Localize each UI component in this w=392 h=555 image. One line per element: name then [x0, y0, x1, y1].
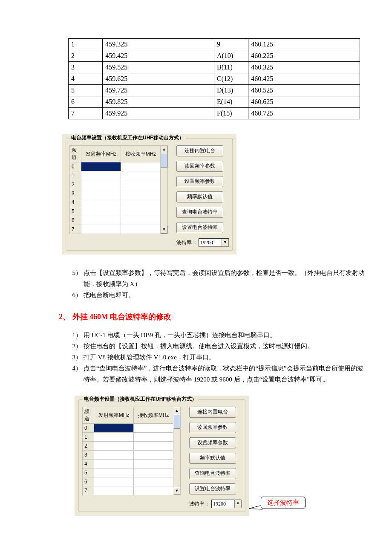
table-row[interactable]: 0 [70, 162, 161, 171]
table-cell: 459.925 [103, 108, 214, 119]
rx-cell[interactable] [121, 225, 161, 234]
set-baud-button[interactable]: 设置电台波特率 [176, 222, 223, 233]
scroll-down-icon[interactable]: ▼ [173, 487, 180, 495]
rx-cell[interactable] [121, 189, 161, 198]
rx-cell[interactable] [121, 180, 161, 189]
scroll-up-icon[interactable]: ▲ [173, 407, 180, 415]
rx-cell[interactable] [134, 477, 173, 486]
tx-cell[interactable] [94, 442, 134, 451]
baud-value: 19200 [200, 240, 213, 246]
chevron-down-icon[interactable]: ▼ [222, 239, 228, 246]
query-baud-button[interactable]: 查询电台波特率 [176, 207, 223, 218]
table-row[interactable]: 1 [83, 433, 173, 442]
table-cell: 459.525 [103, 62, 214, 73]
rx-cell[interactable] [121, 207, 161, 216]
tx-cell[interactable] [94, 433, 134, 442]
channel-grid[interactable]: 频道 发射频率MHz 接收频率MHz 01234567 [69, 145, 161, 234]
table-row[interactable]: 6 [70, 216, 161, 225]
table-cell: 459.425 [103, 50, 214, 62]
row-header: 1 [83, 433, 94, 442]
rx-cell[interactable] [121, 198, 161, 207]
set-baud-button[interactable]: 设置电台波特率 [189, 483, 236, 494]
table-cell: B(11) [214, 62, 248, 73]
row-header: 2 [83, 442, 94, 451]
tx-cell[interactable] [94, 424, 134, 433]
rx-cell[interactable] [134, 433, 173, 442]
table-cell: D(13) [214, 85, 248, 96]
scroll-thumb[interactable] [173, 414, 180, 429]
baud-select[interactable]: 19200 ▼ [211, 500, 242, 508]
tx-cell[interactable] [81, 225, 121, 234]
rx-cell[interactable] [134, 424, 173, 433]
row-header: 4 [70, 198, 81, 207]
tx-cell[interactable] [81, 198, 121, 207]
tx-cell[interactable] [81, 171, 121, 180]
connect-radio-button[interactable]: 连接内置电台 [176, 145, 223, 156]
tx-cell[interactable] [94, 477, 134, 486]
table-cell: 460.425 [248, 73, 360, 85]
query-baud-button[interactable]: 查询电台波特率 [189, 468, 236, 479]
table-cell: C(12) [214, 73, 248, 85]
rx-cell[interactable] [134, 451, 173, 460]
set-freq-button[interactable]: 设置频率参数 [189, 437, 236, 448]
rx-cell[interactable] [121, 162, 161, 171]
row-header: 1 [70, 171, 81, 180]
scroll-down-icon[interactable]: ▼ [161, 226, 167, 234]
baud-select[interactable]: 19200 ▼ [199, 238, 229, 247]
row-header: 3 [83, 451, 94, 460]
table-row[interactable]: 3 [83, 451, 173, 460]
tx-cell[interactable] [94, 486, 134, 495]
rx-cell[interactable] [121, 216, 161, 225]
read-freq-button[interactable]: 读回频率参数 [176, 161, 223, 172]
tx-cell[interactable] [94, 460, 134, 468]
tx-cell[interactable] [81, 180, 121, 189]
rx-cell[interactable] [134, 442, 173, 451]
chevron-down-icon[interactable]: ▼ [234, 500, 241, 508]
table-cell: 2 [69, 50, 103, 62]
freq-default-button[interactable]: 频率默认值 [189, 453, 236, 464]
grid-scrollbar[interactable]: ▲ ▼ [160, 145, 168, 234]
scroll-up-icon[interactable]: ▲ [161, 146, 167, 153]
steps-list-b: 1） 用 UC-1 电缆（一头 DB9 孔，一头小五芯插）连接电台和电脑串口。 … [68, 330, 366, 385]
row-header: 7 [70, 225, 81, 234]
table-row[interactable]: 4 [70, 198, 161, 207]
row-header: 0 [70, 162, 81, 171]
tx-cell[interactable] [94, 451, 134, 460]
connect-radio-button[interactable]: 连接内置电台 [189, 407, 236, 418]
tx-cell[interactable] [81, 162, 121, 171]
table-row[interactable]: 7 [83, 486, 173, 495]
table-row[interactable]: 2 [70, 180, 161, 189]
row-header: 4 [83, 460, 94, 468]
tx-cell[interactable] [94, 468, 134, 477]
steps-list-a: 5） 点击【设置频率参数】，等待写完后，会读回设置后的参数，检查是否一致。（外挂… [68, 267, 366, 301]
table-row[interactable]: 3 [70, 189, 161, 198]
table-row[interactable]: 4 [83, 460, 173, 468]
table-row[interactable]: 5 [70, 207, 161, 216]
set-freq-button[interactable]: 设置频率参数 [176, 176, 223, 187]
freq-default-button[interactable]: 频率默认值 [176, 191, 223, 202]
tx-cell[interactable] [81, 207, 121, 216]
rx-cell[interactable] [134, 468, 173, 477]
read-freq-button[interactable]: 读回频率参数 [189, 422, 236, 433]
table-row[interactable]: 5 [83, 468, 173, 477]
table-row[interactable]: 6 [83, 477, 173, 486]
rx-cell[interactable] [121, 171, 161, 180]
table-row[interactable]: 7 [70, 225, 161, 234]
col-tx: 发射频率MHz [81, 146, 121, 162]
rx-cell[interactable] [134, 486, 173, 495]
table-row[interactable]: 0 [83, 424, 173, 433]
row-header: 5 [83, 468, 94, 477]
row-header: 2 [70, 180, 81, 189]
table-cell: 1 [69, 39, 103, 50]
tx-cell[interactable] [81, 189, 121, 198]
channel-grid[interactable]: 频道 发射频率MHz 接收频率MHz 01234567 [82, 407, 173, 495]
tx-cell[interactable] [81, 216, 121, 225]
rx-cell[interactable] [134, 460, 173, 468]
scroll-thumb[interactable] [161, 153, 167, 168]
table-cell: 460.525 [248, 85, 360, 96]
grid-scrollbar[interactable]: ▲ ▼ [173, 407, 181, 495]
step6-text: 把电台断电即可。 [84, 289, 366, 301]
table-row[interactable]: 1 [70, 171, 161, 180]
callout-text: 选择波特率 [261, 497, 306, 509]
table-row[interactable]: 2 [83, 442, 173, 451]
